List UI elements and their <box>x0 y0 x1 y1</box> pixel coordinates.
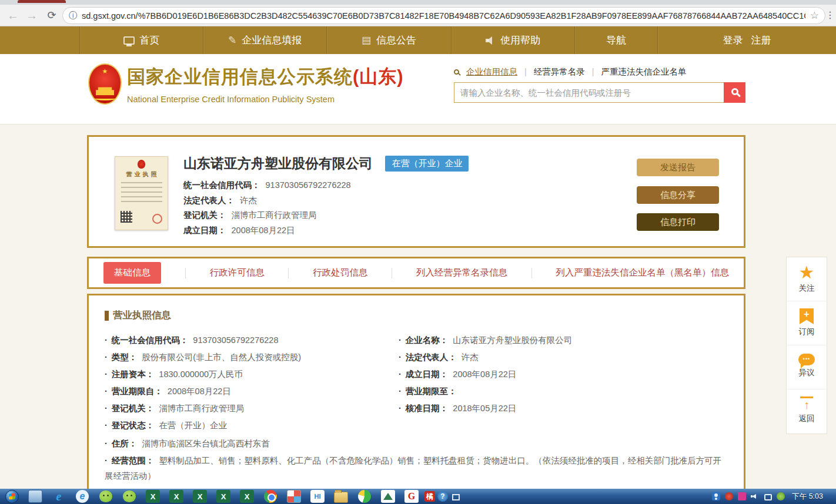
main-nav: 首页 ✎ 企业信息填报 ▤ 信息公告 使用帮助 导航 登录 注册 <box>0 26 836 54</box>
taskbar-excel-5[interactable]: X <box>235 490 259 503</box>
search-tab-abnormal-list[interactable]: 经营异常名录 <box>534 66 585 78</box>
field-term-to: 营业期限至： <box>399 383 728 400</box>
reload-icon[interactable]: ⟳ <box>44 6 60 24</box>
taskbar-browser-360[interactable]: e <box>71 490 94 503</box>
tray-pink-app[interactable] <box>735 492 748 500</box>
volume-icon <box>751 492 759 500</box>
network-icon <box>764 494 772 500</box>
browser-tab[interactable] <box>18 0 66 3</box>
taskbar-hi-app[interactable]: HI <box>306 490 329 503</box>
star-icon: ★ <box>799 263 815 282</box>
url-bar[interactable]: ⓘ sd.gsxt.gov.cn/%7BB6D019E6D1B6E86B3DC2… <box>62 7 825 24</box>
taskbar-excel-1[interactable]: X <box>141 490 165 503</box>
field-label: 营业期限自： <box>112 387 163 396</box>
field-label: 成立日期： <box>183 226 226 235</box>
send-report-button[interactable]: 发送报告 <box>637 159 719 176</box>
window-app-icon <box>28 490 42 503</box>
browser-360-icon: e <box>76 490 89 503</box>
start-button[interactable] <box>0 490 24 503</box>
photos-app-icon <box>287 490 301 503</box>
taskbar-wechat-2[interactable] <box>118 490 141 502</box>
browser-tab-strip[interactable] <box>0 0 836 5</box>
tray-ju-app[interactable]: 橘 <box>423 491 436 502</box>
field-label: 营业期限至： <box>406 387 457 396</box>
field-business-scope: 经营范围：塑料制品加工、销售；塑料原料、化工产品（不含危险化学品）销售；塑料托盘… <box>105 451 728 483</box>
taskbar-photos-app[interactable] <box>282 490 306 503</box>
forward-icon[interactable]: → <box>24 6 40 24</box>
search-button-icon <box>731 88 738 95</box>
field-label: 企业名称： <box>406 335 449 345</box>
field-registration-status: 登记状态：在营（开业）企业 <box>105 417 399 434</box>
back-icon[interactable]: ← <box>5 6 21 24</box>
tray-user[interactable] <box>710 492 723 500</box>
taskbar-excel-4[interactable]: X <box>212 490 235 503</box>
subscribe-button[interactable]: + 订阅 <box>787 301 827 345</box>
search-tab-illegal-list[interactable]: 严重违法失信企业名单 <box>601 66 687 78</box>
share-info-button[interactable]: 信息分享 <box>637 186 719 204</box>
tray-wechat[interactable] <box>774 492 787 500</box>
objection-button[interactable]: ••• 异议 <box>787 345 827 389</box>
tray-network[interactable] <box>761 493 774 500</box>
print-info-button[interactable]: 信息打印 <box>637 213 719 231</box>
taskbar-excel-3[interactable]: X <box>188 490 212 503</box>
tab-divider <box>531 268 532 278</box>
side-label: 订阅 <box>787 327 827 337</box>
nav-item-enterprise-filing[interactable]: ✎ 企业信息填报 <box>203 26 326 54</box>
register-link[interactable]: 注册 <box>751 33 771 47</box>
browser-menu-icon[interactable]: ⋮ <box>825 9 835 21</box>
nav-item-help[interactable]: 使用帮助 <box>451 26 574 54</box>
tab-administrative-license[interactable]: 行政许可信息 <box>210 267 265 279</box>
search-input[interactable] <box>454 82 724 103</box>
taskbar-wechat-1[interactable] <box>94 490 118 502</box>
field-empty <box>399 417 728 434</box>
emblem-star-icon: ★ <box>89 68 121 75</box>
search-button[interactable] <box>724 82 745 103</box>
side-toolbar: ★ 关注 + 订阅 ••• 异议 ↑ 返回 <box>786 257 827 434</box>
tray-help[interactable]: ? <box>436 491 449 502</box>
site-title-region: (山东) <box>353 66 404 87</box>
tab-serious-violations-blacklist[interactable]: 列入严重违法失信企业名单（黑名单）信息 <box>556 267 730 279</box>
taskbar-window-app[interactable] <box>24 490 47 503</box>
login-link[interactable]: 登录 <box>723 33 743 47</box>
field-value: 2008年08月22日 <box>232 226 295 235</box>
back-to-top-icon: ↑ <box>800 397 813 411</box>
url-text[interactable]: sd.gsxt.gov.cn/%7BB6D019E6D1B6E86B3DC2B3… <box>82 11 805 21</box>
bookmark-star-icon[interactable]: ☆ <box>810 9 819 22</box>
nav-item-home[interactable]: 首页 <box>79 26 203 54</box>
tray-restore-window[interactable] <box>449 493 462 500</box>
tab-administrative-penalty[interactable]: 行政处罚信息 <box>313 267 367 279</box>
nav-label: 导航 <box>606 33 626 47</box>
taskbar-green-app-1[interactable] <box>353 490 376 503</box>
taskbar-chrome[interactable] <box>259 490 282 503</box>
ju-app-icon: 橘 <box>424 491 435 502</box>
nav-item-announcements[interactable]: ▤ 信息公告 <box>326 26 451 54</box>
chat-bubble-icon: ••• <box>798 354 815 365</box>
excel-icon: X <box>216 490 230 503</box>
page-info-icon[interactable]: ⓘ <box>69 11 77 21</box>
field-approval-date: 核准日期：2018年05月22日 <box>399 400 728 417</box>
g-app-icon: G <box>404 490 419 503</box>
company-field-legal-rep: 法定代表人：许杰 <box>183 193 469 209</box>
taskbar-ie[interactable]: e <box>47 490 71 503</box>
search-tab-credit-info[interactable]: 企业信用信息 <box>466 66 517 78</box>
nav-spacer <box>0 26 79 54</box>
field-type: 类型：股份有限公司(非上市、自然人投资或控股) <box>105 349 399 366</box>
taskbar-green-app-2[interactable] <box>376 490 400 503</box>
license-emblem-icon <box>138 160 145 169</box>
nav-label: 使用帮助 <box>500 33 540 47</box>
section-title-text: 营业执照信息 <box>113 309 171 322</box>
tray-red-app[interactable] <box>723 492 735 500</box>
nav-item-navigation[interactable]: 导航 <box>574 26 657 54</box>
back-to-top-button[interactable]: ↑ 返回 <box>787 389 827 434</box>
tab-abnormal-operations[interactable]: 列入经营异常名录信息 <box>416 267 507 279</box>
follow-button[interactable]: ★ 关注 <box>787 257 827 301</box>
field-value: 2008年08月22日 <box>453 369 516 379</box>
field-registration-authority: 登记机关：淄博市工商行政管理局 <box>105 400 399 417</box>
business-license-image[interactable]: 营业执照 <box>115 156 168 230</box>
tray-volume[interactable] <box>748 492 761 500</box>
taskbar-folder[interactable] <box>329 490 353 503</box>
taskbar-clock[interactable]: 下午 5:03 <box>792 492 823 502</box>
taskbar-g-app[interactable]: G <box>400 490 423 503</box>
tab-basic-info[interactable]: 基础信息 <box>103 262 161 284</box>
taskbar-excel-2[interactable]: X <box>165 490 188 503</box>
